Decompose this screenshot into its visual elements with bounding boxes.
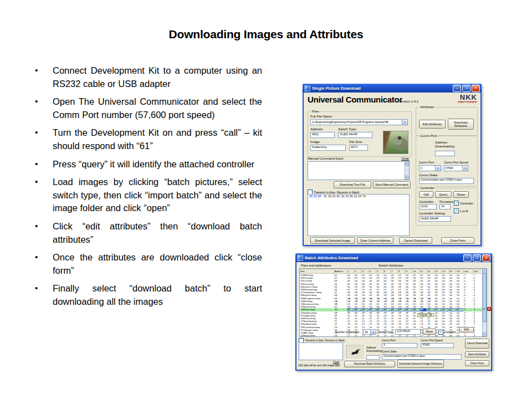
address-cell[interactable]: 16 <box>334 334 346 337</box>
reset-button[interactable]: Reset <box>423 329 436 335</box>
bullet-item: Once the attributes are downloaded click… <box>53 251 262 277</box>
title-bar[interactable]: Batch Attributes Download – ❐ ✕ <box>295 253 492 262</box>
attr-cell[interactable]: 17 <box>347 334 354 337</box>
file-size-field[interactable]: 9272 <box>349 145 368 151</box>
edit-attributes-button[interactable]: Edit Attributes <box>419 120 446 129</box>
attr-cell[interactable]: 00 <box>456 334 463 337</box>
scroll-down-icon[interactable]: ▼ <box>405 176 409 180</box>
switch-type-field[interactable]: OLED 64x48 <box>338 132 372 138</box>
dropdown-arrow-icon[interactable]: ▼ <box>402 120 407 125</box>
save-attributes-button[interactable]: Save Attributes <box>465 351 489 357</box>
controller-label: Controller: <box>419 200 434 204</box>
title-bar[interactable]: Single Picture Download – ❐ ✕ <box>303 84 482 93</box>
column-header: 6 <box>383 269 390 274</box>
column-header: 15 <box>449 269 456 274</box>
column-header: Lon <box>463 269 473 274</box>
group-label: Files <box>311 110 320 114</box>
column-header: File <box>300 269 334 274</box>
switch-type-field[interactable]: LCD 36x24 <box>395 329 421 335</box>
scroll-up-icon[interactable]: ▲ <box>405 162 409 166</box>
clear-link[interactable]: Clear <box>401 157 409 161</box>
comm-port-label: Comm Port: <box>382 339 396 342</box>
scrollbar[interactable]: ▲ ▼ <box>405 162 409 180</box>
close-form-button[interactable]: Close Form <box>465 360 489 366</box>
controller-checkbox[interactable]: ✓ Controller <box>454 201 473 206</box>
maximize-button[interactable]: ❐ <box>473 254 481 262</box>
download-text-file-button[interactable]: Download Text File <box>334 181 371 188</box>
minimize-button[interactable]: – <box>463 254 472 262</box>
call-button[interactable]: Call <box>419 191 433 198</box>
dropdown-arrow-icon[interactable]: ▼ <box>435 166 441 171</box>
comm-port-speed-combo[interactable]: 57600 ▼ <box>444 165 468 171</box>
controller-checkbox-label: Controller <box>460 202 473 205</box>
scrollbar[interactable]: ▲ ▼ <box>482 269 487 336</box>
clear-link[interactable]: Clear <box>333 361 339 364</box>
address-field[interactable]: 0001 <box>310 132 335 138</box>
comm-port-combo[interactable]: 3 ▼ <box>419 165 441 171</box>
download-batch-attributes-button[interactable]: Download Batch Attributes <box>344 361 395 367</box>
l-to-r-checkbox[interactable]: ✓ L to R <box>454 208 468 213</box>
attr-cell[interactable]: 3 <box>473 334 482 337</box>
download-attributes-button[interactable]: Download Attributes <box>448 119 474 130</box>
close-button[interactable]: ✕ <box>472 85 480 92</box>
firmware-label: Firmware: <box>439 200 454 204</box>
controller-checkbox[interactable]: ✓ Controller <box>438 330 456 335</box>
number-of-switches-label: Number of Switches: <box>335 331 360 334</box>
cancel-download-button[interactable]: Cancel Download <box>465 339 489 349</box>
attr-cell[interactable]: 17 <box>383 334 390 337</box>
row-check-icon[interactable]: ✓ <box>483 307 486 311</box>
file-cell[interactable]: 22Rotary.bmp <box>300 334 334 337</box>
comm-port-field[interactable]: 3 <box>382 343 417 348</box>
maximize-button[interactable]: ❐ <box>462 85 470 92</box>
dropdown-arrow-icon[interactable]: ▼ <box>462 166 468 171</box>
dropdown-arrow-icon[interactable]: ▼ <box>370 330 376 334</box>
attr-cell[interactable]: 17 <box>354 334 361 337</box>
cancel-download-button[interactable]: Cancel Download <box>399 237 432 244</box>
query-button[interactable]: Query <box>435 191 452 198</box>
download-selected-image-button[interactable]: Download Selected Image <box>310 237 355 244</box>
firmware-field[interactable]: 14 <box>439 204 451 209</box>
row-x-icon[interactable]: ✕ <box>487 307 491 311</box>
close-form-button[interactable]: Close Form <box>441 237 474 244</box>
scrollbar-thumb[interactable] <box>483 273 487 322</box>
address-downloading-label: Address Downloading: <box>435 141 465 149</box>
comm-port-speed-field[interactable]: 57600 <box>421 343 454 348</box>
minimize-button[interactable]: – <box>453 85 461 92</box>
address-downloading-field[interactable] <box>366 355 380 360</box>
bullet-item: Click “edit attributes” then “download b… <box>53 220 262 246</box>
attributes-table[interactable]: FileAddress12345678910111213141516LonLof… <box>299 268 487 337</box>
receive-log[interactable] <box>299 342 343 360</box>
receive-log[interactable]: 26 52 58 61 33 43 4C 30 31 56 31 34 79 <box>308 194 410 236</box>
image-field[interactable]: Koala.bmp <box>310 145 346 151</box>
clear-current-address-button[interactable]: Clear Current Address <box>357 237 393 244</box>
reset-button[interactable]: Reset <box>453 191 469 198</box>
address-downloading-field[interactable] <box>435 151 455 156</box>
column-header: 9 <box>405 269 412 274</box>
download-selected-image-attributes-button[interactable]: Download Selected Image Attributes <box>397 360 444 368</box>
edit-button[interactable]: Edit <box>459 327 474 332</box>
scroll-up-icon[interactable]: ▲ <box>483 269 487 273</box>
number-of-switches-combo[interactable]: 16 ▼ <box>363 329 376 335</box>
switch-type-label: Switch Type: <box>338 127 357 131</box>
checkbox-checked-icon[interactable]: ✓ <box>454 208 459 213</box>
address-label: Address: <box>310 127 324 131</box>
close-button[interactable]: ✕ <box>482 254 490 262</box>
full-file-name-combo[interactable]: G:\Engineering\Engineering Projects\VB P… <box>310 119 408 125</box>
column-header: 16 <box>456 269 463 274</box>
checkbox-checked-icon[interactable]: ✓ <box>438 330 443 335</box>
attr-cell[interactable]: 3 <box>463 334 473 337</box>
group-label: Attributes <box>419 105 435 109</box>
transmit-checkbox-label: Transmit in blue. Receive in black: <box>305 339 345 342</box>
manual-command-input[interactable]: ▲ ▼ <box>308 161 410 180</box>
column-header: 1 <box>347 269 354 274</box>
controller-field[interactable]: CL01 <box>419 204 437 209</box>
scroll-down-icon[interactable]: ▼ <box>483 332 487 336</box>
column-header: 13 <box>434 269 441 274</box>
checkbox-checked-icon[interactable]: ✓ <box>454 201 459 206</box>
column-header: Address <box>334 269 346 274</box>
column-header: 11 <box>420 269 427 274</box>
send-manual-command-button[interactable]: Send Manual Command <box>373 181 411 188</box>
version-label: Version 1.4.2 <box>399 100 418 103</box>
switch-attributes-label: Switch Attributes: <box>378 264 404 268</box>
attr-cell[interactable]: 17 <box>376 334 383 337</box>
